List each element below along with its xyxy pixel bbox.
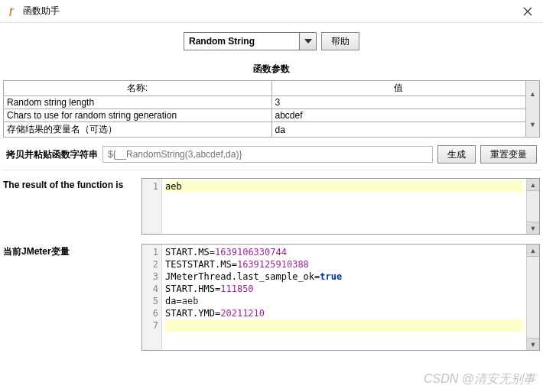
result-gutter: 1 [142, 179, 162, 234]
table-row: 存储结果的变量名（可选） da [4, 122, 540, 138]
titlebar: 函数助手 [0, 0, 543, 23]
app-icon [6, 5, 18, 18]
reset-vars-button[interactable]: 重置变量 [480, 145, 537, 164]
params-table: 名称: 值 ▲▼ Random string length 3 Chars to… [3, 80, 540, 138]
param-name: 存储结果的变量名（可选） [4, 122, 272, 138]
function-combo[interactable] [184, 32, 317, 50]
vars-code[interactable]: START.MS=1639106330744 TESTSTART.MS=1639… [162, 245, 526, 350]
param-name: Random string length [4, 96, 272, 109]
param-value-input[interactable]: da [272, 122, 526, 138]
vars-box: 1 2 3 4 5 6 7 START.MS=1639106330744 TES… [141, 244, 540, 351]
function-string-input[interactable] [102, 146, 433, 163]
table-row: Random string length 3 [4, 96, 540, 109]
vars-scrollbar[interactable]: ▲▼ [526, 245, 539, 350]
vars-row: 当前JMeter变量 1 2 3 4 5 6 7 START.MS=163910… [2, 238, 541, 354]
function-combo-input[interactable] [184, 34, 299, 48]
copy-label: 拷贝并粘贴函数字符串 [6, 148, 98, 161]
params-heading: 函数参数 [2, 60, 541, 80]
param-name: Chars to use for random string generatio… [4, 109, 272, 122]
content-area: 帮助 函数参数 名称: 值 ▲▼ Random string length 3 … [0, 23, 543, 357]
result-label: The result of the function is [3, 178, 137, 190]
result-scrollbar[interactable]: ▲▼ [526, 179, 539, 234]
function-selector-row: 帮助 [2, 26, 541, 60]
chevron-down-icon[interactable] [299, 33, 316, 50]
result-code[interactable]: aeb [162, 179, 526, 234]
generate-button[interactable]: 生成 [437, 145, 476, 164]
watermark: CSDN @清安无别事 [424, 371, 535, 387]
result-row: The result of the function is 1 aeb ▲▼ [2, 172, 541, 238]
copy-row: 拷贝并粘贴函数字符串 生成 重置变量 [2, 138, 541, 168]
table-row: Chars to use for random string generatio… [4, 109, 540, 122]
params-scrollbar[interactable]: ▲▼ [526, 81, 540, 138]
param-value-input[interactable]: 3 [272, 96, 526, 109]
close-button[interactable] [519, 2, 537, 21]
vars-gutter: 1 2 3 4 5 6 7 [142, 245, 162, 350]
result-box: 1 aeb ▲▼ [141, 178, 540, 235]
col-value-header: 值 [272, 81, 526, 96]
param-value-input[interactable]: abcdef [272, 109, 526, 122]
col-name-header: 名称: [4, 81, 272, 96]
help-button[interactable]: 帮助 [321, 32, 359, 50]
vars-label: 当前JMeter变量 [3, 244, 137, 258]
window-title: 函数助手 [23, 5, 519, 18]
